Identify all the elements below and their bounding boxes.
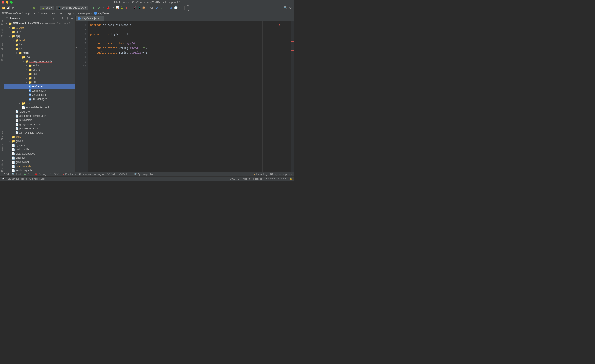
tree-item[interactable]: ▾📁app xyxy=(4,34,75,38)
git-rollback-icon[interactable]: ↶ xyxy=(178,6,182,10)
bc-item[interactable]: main xyxy=(41,12,47,15)
forward-icon[interactable]: → xyxy=(24,6,28,10)
tree-item[interactable]: CSDKManager xyxy=(4,97,75,101)
bc-item[interactable]: ZIMExampleJava xyxy=(2,12,21,15)
tab-app-inspection[interactable]: 🔎App Inspection xyxy=(133,173,154,176)
tree-item[interactable]: ▸📁build xyxy=(4,135,75,139)
hammer-build-icon[interactable]: ⚒ xyxy=(32,6,36,10)
tree-item[interactable]: ▸📁gradle xyxy=(4,139,75,143)
tree-item[interactable]: 📄.gitignore xyxy=(4,110,75,114)
select-opened-file-icon[interactable]: ⊙ xyxy=(52,17,55,20)
error-mark[interactable] xyxy=(291,41,294,42)
git-history-icon[interactable]: ↺ xyxy=(169,6,173,10)
tree-item[interactable]: ▸📁res xyxy=(4,101,75,105)
tree-item[interactable]: 📄settings.gradle xyxy=(4,168,75,172)
tree-item[interactable]: ▾📁im.zego.zimexample xyxy=(4,59,75,63)
status-indent[interactable]: 4 spaces xyxy=(253,178,262,180)
strip-commit[interactable]: Commit xyxy=(1,29,3,37)
tree-item[interactable]: 📄build.gradle xyxy=(4,118,75,122)
strip-resource-manager[interactable]: Resource Manager xyxy=(1,41,3,61)
tree-item[interactable]: 📄proguard-rules.pro xyxy=(4,126,75,131)
sync-icon[interactable]: ↻ xyxy=(11,6,15,10)
window-close-button[interactable] xyxy=(2,1,4,4)
git-update-icon[interactable]: ↙ xyxy=(155,6,159,10)
code-editor[interactable]: ● 2 ^ v package im.zego.zimexample; publ… xyxy=(88,21,291,172)
translate-icon[interactable]: 文A xyxy=(187,6,191,10)
device-selector[interactable]: 📱 deltainno DT1901A ▾ xyxy=(56,6,88,10)
tree-item[interactable]: ▸📁push xyxy=(4,72,75,76)
strip-favorites[interactable]: Favorites xyxy=(1,144,3,154)
tab-run[interactable]: ▶Run xyxy=(24,173,31,176)
tree-item[interactable]: ▸📁entity xyxy=(4,63,75,68)
tree-item[interactable]: ▸📁util xyxy=(4,80,75,84)
tree-item[interactable]: 📁.idea xyxy=(4,30,75,34)
tab-layout-inspector[interactable]: ▣Layout Inspector xyxy=(270,173,292,176)
strip-structure[interactable]: Structure xyxy=(1,130,3,140)
avd-manager-icon[interactable]: 📱 xyxy=(133,6,137,10)
strip-build-variants[interactable]: Build Variants xyxy=(1,158,3,172)
sdk-manager-icon[interactable]: 📦 xyxy=(142,6,146,10)
tree-root[interactable]: ▾📁 ZIMExampleJava [ZIMExample] ~/work/zi… xyxy=(4,21,75,26)
inspect-up-icon[interactable]: ^ xyxy=(285,22,286,27)
expand-all-icon[interactable]: ↕ xyxy=(57,17,60,20)
debug-icon[interactable]: 🐞 xyxy=(106,6,110,10)
tab-build[interactable]: ⚒Build xyxy=(107,173,116,176)
tab-logcat[interactable]: ≡Logcat xyxy=(94,173,104,176)
panel-settings-icon[interactable]: ⚙ xyxy=(66,17,69,20)
collapse-all-icon[interactable]: ⇅ xyxy=(61,17,64,20)
bc-item[interactable]: src xyxy=(34,12,37,15)
inspect-down-icon[interactable]: v xyxy=(288,22,289,27)
tree-item[interactable]: CKeyCenter xyxy=(4,84,75,89)
bc-item-class[interactable]: C KeyCenter xyxy=(94,12,110,15)
tree-item[interactable]: 📄AndroidManifest.xml xyxy=(4,105,75,110)
status-lock-icon[interactable]: 🔒 xyxy=(289,177,292,180)
tree-item[interactable]: 📄gradlew.bat xyxy=(4,160,75,164)
editor-tab-keycenter[interactable]: C KeyCenter.java × xyxy=(76,16,104,21)
tab-find[interactable]: 🔍Find xyxy=(12,173,21,176)
strip-project[interactable]: Project xyxy=(1,18,3,25)
tree-item[interactable]: 📄build.gradle xyxy=(4,147,75,152)
tree-item[interactable]: CLoginActivity xyxy=(4,89,75,93)
device-manager-icon[interactable]: 📱 xyxy=(137,6,141,10)
status-line-ending[interactable]: LF xyxy=(238,178,241,180)
search-everywhere-icon[interactable]: 🔍 xyxy=(283,6,287,10)
bc-item[interactable]: app xyxy=(25,12,30,15)
problems-count[interactable]: 2 xyxy=(282,22,283,27)
git-push-icon[interactable]: ↗ xyxy=(165,6,168,10)
close-tab-icon[interactable]: × xyxy=(100,17,102,20)
error-indicator-icon[interactable]: ● xyxy=(279,22,280,27)
status-notification-icon[interactable]: 💬 xyxy=(2,177,5,180)
tab-todo[interactable]: ☑TODO xyxy=(49,173,59,176)
tree-item[interactable]: ▾📁java xyxy=(4,55,75,59)
tree-item[interactable]: 📄zim_example_key.jks xyxy=(4,131,75,135)
tree-item[interactable]: ▸📁.gradle xyxy=(4,26,75,30)
run-icon[interactable]: ▶ xyxy=(92,6,96,10)
tree-item[interactable]: 📄local.properties xyxy=(4,164,75,168)
tree-item[interactable]: 📄.gitignore xyxy=(4,143,75,147)
hide-panel-icon[interactable]: — xyxy=(70,17,74,20)
window-maximize-button[interactable] xyxy=(10,1,13,4)
error-mark[interactable] xyxy=(291,50,294,51)
status-encoding[interactable]: UTF-8 xyxy=(243,178,250,180)
bc-item[interactable]: zimexample xyxy=(76,12,90,15)
save-all-icon[interactable]: 💾 xyxy=(6,6,10,10)
tab-event-log[interactable]: ●Event Log xyxy=(253,173,267,176)
project-panel-title[interactable]: Project xyxy=(10,17,20,20)
tree-item[interactable]: 📄google-services.json xyxy=(4,122,75,126)
window-minimize-button[interactable] xyxy=(6,1,8,4)
git-clock-icon[interactable]: 🕐 xyxy=(174,6,178,10)
error-stripe[interactable] xyxy=(291,21,294,172)
tree-item[interactable]: 📄agconnect-services.json xyxy=(4,114,75,118)
run-config-selector[interactable]: ▲ app ▾ xyxy=(40,6,54,10)
tab-terminal[interactable]: ▣Terminal xyxy=(78,173,91,176)
tree-item[interactable]: ▸📁ui xyxy=(4,76,75,80)
tree-item[interactable]: ▾📁src xyxy=(4,47,75,51)
tree-item[interactable]: 📄gradlew xyxy=(4,156,75,160)
git-commit-icon[interactable]: ✓ xyxy=(160,6,164,10)
tree-item[interactable]: ▸📁libs xyxy=(4,42,75,47)
status-caret-position[interactable]: 10:1 xyxy=(230,178,234,180)
settings-icon[interactable]: ⚙ xyxy=(289,6,292,10)
editor-gutter[interactable]: 12345678910 xyxy=(76,21,88,172)
coverage-icon[interactable]: ≡ xyxy=(102,6,105,10)
profiler-icon[interactable]: 📊 xyxy=(115,6,119,10)
